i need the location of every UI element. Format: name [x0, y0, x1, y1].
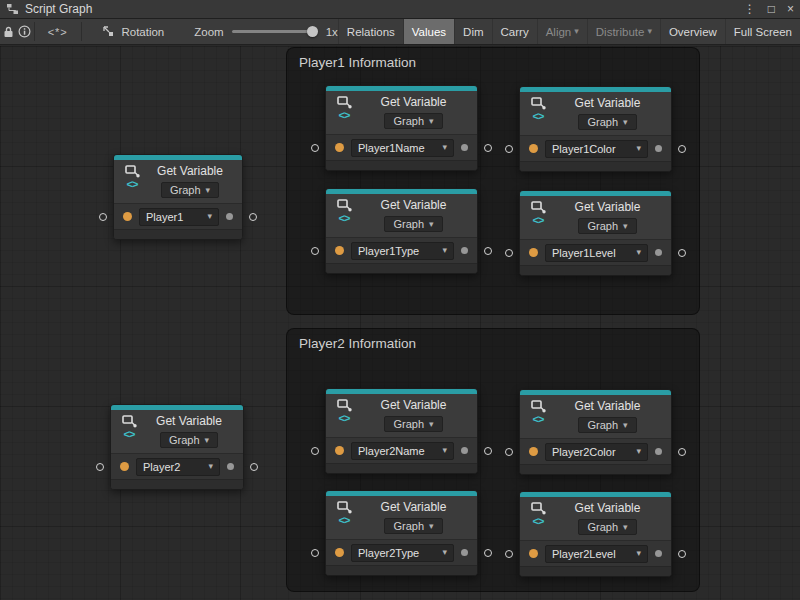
- rotation-control[interactable]: Rotation: [102, 19, 164, 44]
- code-view-toggle[interactable]: <*>: [36, 19, 80, 44]
- variable-name-dropdown[interactable]: Player2Name ▾: [351, 442, 454, 460]
- toolbar-button-carry[interactable]: Carry: [492, 19, 537, 44]
- outer-output-connector[interactable]: [250, 463, 258, 471]
- output-port[interactable]: [227, 463, 234, 470]
- dropdown-arrow-icon: ▾: [442, 246, 447, 255]
- graph-scope-dropdown[interactable]: Graph ▾: [160, 432, 218, 448]
- graph-scope-dropdown[interactable]: Graph ▾: [578, 417, 636, 433]
- close-icon[interactable]: ×: [787, 3, 794, 15]
- output-port[interactable]: [655, 448, 662, 455]
- outer-input-connector[interactable]: [505, 448, 513, 456]
- toolbar-button-dim[interactable]: Dim: [454, 19, 491, 44]
- input-port[interactable]: [120, 462, 129, 471]
- graph-brackets-icon: <>: [339, 515, 350, 526]
- get-variable-node[interactable]: <> Get Variable Graph ▾ Player2Type ▾: [325, 490, 478, 576]
- outer-input-connector[interactable]: [505, 145, 513, 153]
- input-port[interactable]: [335, 446, 344, 455]
- lock-button[interactable]: [0, 19, 17, 44]
- get-variable-node[interactable]: <> Get Variable Graph ▾ Player2Name ▾: [325, 388, 478, 474]
- outer-output-connector[interactable]: [484, 247, 492, 255]
- output-port[interactable]: [461, 549, 468, 556]
- variable-name-dropdown[interactable]: Player1Name ▾: [351, 139, 454, 157]
- graph-scope-label: Graph: [587, 220, 618, 232]
- input-port[interactable]: [529, 248, 538, 257]
- outer-output-connector[interactable]: [484, 549, 492, 557]
- graph-scope-dropdown[interactable]: Graph ▾: [384, 518, 442, 534]
- toolbar-button-distribute[interactable]: Distribute ▾: [587, 19, 660, 44]
- variable-name-dropdown[interactable]: Player1Level ▾: [545, 244, 648, 262]
- dropdown-arrow-icon: ▾: [429, 220, 434, 229]
- graph-scope-dropdown[interactable]: Graph ▾: [578, 519, 636, 535]
- info-button[interactable]: [17, 19, 34, 44]
- toolbar-button-align[interactable]: Align ▾: [537, 19, 587, 44]
- input-port[interactable]: [335, 548, 344, 557]
- outer-output-connector[interactable]: [484, 447, 492, 455]
- maximize-icon[interactable]: □: [768, 3, 775, 15]
- outer-input-connector[interactable]: [505, 249, 513, 257]
- input-port[interactable]: [529, 447, 538, 456]
- kebab-menu-icon[interactable]: ⋮: [744, 3, 756, 15]
- dropdown-arrow-icon: ▾: [205, 436, 210, 445]
- variable-name-dropdown[interactable]: Player1Type ▾: [351, 242, 454, 260]
- input-port[interactable]: [529, 144, 538, 153]
- input-port[interactable]: [529, 549, 538, 558]
- graph-canvas[interactable]: Player1 Information Player2 Information …: [0, 46, 800, 600]
- get-variable-node[interactable]: <> Get Variable Graph ▾ Player1Color ▾: [519, 86, 672, 172]
- toolbar-button-group: Relations Values Dim Carry Align ▾ Distr…: [338, 19, 800, 44]
- variable-name-dropdown[interactable]: Player1Color ▾: [545, 140, 648, 158]
- get-variable-node[interactable]: <> Get Variable Graph ▾ Player1 ▾: [113, 154, 243, 240]
- toolbar-button-relations[interactable]: Relations: [338, 19, 403, 44]
- graph-scope-dropdown[interactable]: Graph ▾: [578, 114, 636, 130]
- output-port[interactable]: [226, 213, 233, 220]
- input-port[interactable]: [335, 246, 344, 255]
- outer-input-connector[interactable]: [311, 247, 319, 255]
- get-variable-node[interactable]: <> Get Variable Graph ▾ Player1Level ▾: [519, 190, 672, 276]
- input-port[interactable]: [335, 143, 344, 152]
- get-variable-node[interactable]: <> Get Variable Graph ▾ Player2Level ▾: [519, 491, 672, 577]
- outer-output-connector[interactable]: [678, 249, 686, 257]
- get-variable-node[interactable]: <> Get Variable Graph ▾ Player1Type ▾: [325, 188, 478, 274]
- variable-name-dropdown[interactable]: Player1 ▾: [139, 208, 219, 226]
- graph-scope-dropdown[interactable]: Graph ▾: [384, 416, 442, 432]
- outer-output-connector[interactable]: [484, 144, 492, 152]
- output-port[interactable]: [655, 249, 662, 256]
- rotation-label: Rotation: [121, 26, 164, 38]
- output-port[interactable]: [461, 447, 468, 454]
- variable-name-label: Player2Type: [358, 547, 419, 559]
- variable-name-dropdown[interactable]: Player2Type ▾: [351, 544, 454, 562]
- outer-output-connector[interactable]: [678, 448, 686, 456]
- output-port[interactable]: [461, 144, 468, 151]
- graph-scope-dropdown[interactable]: Graph ▾: [578, 218, 636, 234]
- toolbar-button-values[interactable]: Values: [403, 19, 454, 44]
- variable-name-dropdown[interactable]: Player2 ▾: [136, 458, 220, 476]
- outer-input-connector[interactable]: [505, 550, 513, 558]
- graph-scope-dropdown[interactable]: Graph ▾: [384, 113, 442, 129]
- get-variable-node[interactable]: <> Get Variable Graph ▾ Player2Color ▾: [519, 389, 672, 475]
- graph-brackets-icon: <>: [339, 110, 350, 121]
- get-variable-node[interactable]: <> Get Variable Graph ▾ Player1Name ▾: [325, 85, 478, 171]
- node-footer: [520, 161, 671, 171]
- get-variable-node[interactable]: <> Get Variable Graph ▾ Player2 ▾: [110, 404, 244, 490]
- node-title: Get Variable: [156, 414, 222, 429]
- output-port[interactable]: [655, 550, 662, 557]
- graph-scope-dropdown[interactable]: Graph ▾: [161, 182, 219, 198]
- output-port[interactable]: [655, 145, 662, 152]
- output-port[interactable]: [461, 247, 468, 254]
- zoom-slider[interactable]: [232, 30, 318, 33]
- input-port[interactable]: [123, 212, 132, 221]
- outer-input-connector[interactable]: [311, 447, 319, 455]
- outer-output-connector[interactable]: [678, 550, 686, 558]
- variable-name-label: Player2Name: [358, 445, 425, 457]
- toolbar-button-overview[interactable]: Overview: [660, 19, 725, 44]
- outer-input-connector[interactable]: [311, 144, 319, 152]
- outer-input-connector[interactable]: [99, 213, 107, 221]
- zoom-slider-handle[interactable]: [307, 26, 318, 37]
- outer-output-connector[interactable]: [678, 145, 686, 153]
- variable-name-dropdown[interactable]: Player2Color ▾: [545, 443, 648, 461]
- outer-output-connector[interactable]: [249, 213, 257, 221]
- graph-scope-dropdown[interactable]: Graph ▾: [384, 216, 442, 232]
- variable-name-dropdown[interactable]: Player2Level ▾: [545, 545, 648, 563]
- outer-input-connector[interactable]: [96, 463, 104, 471]
- toolbar-button-full-screen[interactable]: Full Screen: [725, 19, 800, 44]
- outer-input-connector[interactable]: [311, 549, 319, 557]
